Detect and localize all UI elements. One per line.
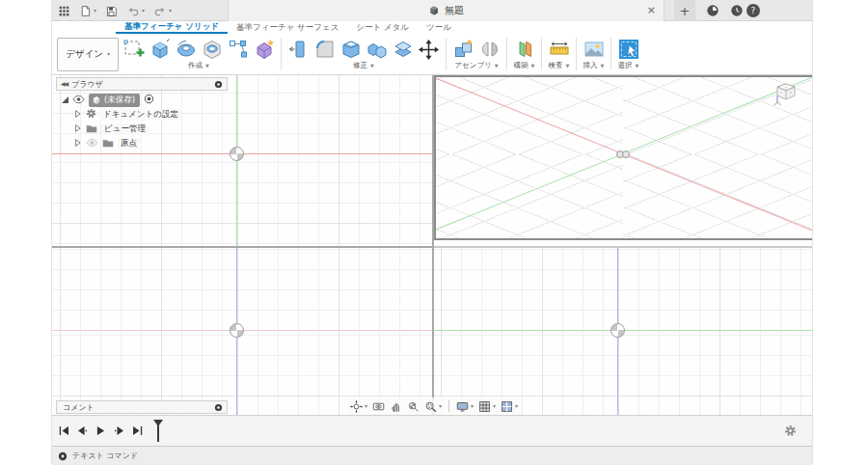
- browser-root-row[interactable]: (未保存): [62, 93, 245, 107]
- viewport-bottom-left[interactable]: [52, 248, 432, 415]
- folder-icon: [102, 138, 114, 150]
- view-cube[interactable]: [773, 80, 806, 115]
- create-sketch-icon[interactable]: [122, 38, 146, 61]
- step-forward-icon[interactable]: [113, 424, 125, 437]
- timeline-marker-pin[interactable]: [153, 420, 163, 443]
- origin-marker[interactable]: [610, 323, 625, 338]
- press-pull-icon[interactable]: [286, 38, 311, 61]
- caret-right-icon[interactable]: [73, 138, 82, 150]
- browser-item-origin[interactable]: 原点: [73, 136, 245, 150]
- application-title-bar: ▾ ▾ ▾ 無題 × +: [52, 0, 812, 21]
- assembly-dropdown[interactable]: アセンブリ ▼: [454, 61, 498, 70]
- window-zoom-button[interactable]: ▾: [424, 400, 442, 413]
- job-status-icon[interactable]: [730, 4, 744, 17]
- move-icon[interactable]: [417, 38, 441, 61]
- app-grid-icon[interactable]: [58, 5, 70, 17]
- comments-panel-title: コメント: [63, 402, 95, 413]
- construct-dropdown[interactable]: 構築 ▼: [514, 61, 535, 70]
- display-settings-button[interactable]: ▾: [456, 400, 474, 413]
- root-component-chip[interactable]: (未保存): [89, 94, 140, 107]
- tab-surface[interactable]: 基準フィーチャ サーフェス: [228, 21, 347, 34]
- combine-icon[interactable]: [365, 38, 389, 61]
- text-command-dot-icon[interactable]: [58, 451, 68, 461]
- pan-button[interactable]: [390, 400, 402, 413]
- visibility-eye-icon[interactable]: [72, 95, 85, 106]
- tab-solid[interactable]: 基準フィーチャ ソリッド: [116, 21, 228, 34]
- dropdown-caret-icon: ▼: [495, 64, 499, 68]
- hole-icon[interactable]: [200, 38, 224, 61]
- go-to-start-icon[interactable]: [58, 424, 70, 437]
- redo-button[interactable]: ▾: [153, 5, 172, 17]
- chevron-down-icon: ▾: [471, 403, 474, 409]
- pattern-icon[interactable]: [226, 38, 250, 61]
- browser-item-document-settings[interactable]: ドキュメントの設定: [73, 107, 245, 122]
- viewports-button[interactable]: ▾: [501, 400, 518, 413]
- settings-gear-icon: [86, 108, 96, 121]
- iso-origin-marker[interactable]: [616, 150, 630, 158]
- collapse-panel-icon[interactable]: ◀◀: [61, 81, 68, 87]
- caret-right-icon[interactable]: [73, 123, 82, 135]
- browser-panel-header[interactable]: ◀◀ ブラウザ: [56, 77, 228, 91]
- extensions-icon[interactable]: [706, 4, 719, 17]
- grid-settings-button[interactable]: ▾: [478, 400, 496, 413]
- fillet-icon[interactable]: [312, 38, 337, 61]
- look-at-button[interactable]: [372, 400, 385, 413]
- select-dropdown[interactable]: 選択 ▼: [618, 61, 639, 70]
- caret-right-icon[interactable]: [73, 109, 82, 121]
- tab-sheet-metal[interactable]: シート メタル: [347, 21, 418, 34]
- help-icon[interactable]: ?: [746, 4, 760, 17]
- measure-icon[interactable]: [547, 38, 571, 61]
- shell-icon[interactable]: [339, 38, 363, 61]
- joint-icon[interactable]: [477, 38, 502, 61]
- expand-triangle-icon[interactable]: [62, 96, 68, 103]
- browser-item-named-views[interactable]: ビュー管理: [73, 122, 245, 136]
- panel-options-icon[interactable]: [214, 403, 223, 412]
- undo-button[interactable]: ▾: [126, 5, 145, 17]
- viewport-divider-vertical[interactable]: [432, 75, 434, 415]
- dropdown-caret-icon: ▼: [205, 64, 209, 68]
- go-to-end-icon[interactable]: [131, 424, 144, 437]
- new-component-icon[interactable]: [451, 38, 475, 61]
- zoom-button[interactable]: [407, 400, 420, 413]
- revolve-icon[interactable]: [174, 38, 198, 61]
- modify-dropdown[interactable]: 修正 ▼: [353, 61, 374, 70]
- tab-tools[interactable]: ツール: [418, 21, 460, 34]
- step-back-icon[interactable]: [76, 424, 89, 437]
- offset-face-icon[interactable]: [391, 38, 415, 61]
- workspace-selector-button[interactable]: デザイン ▾: [57, 38, 119, 71]
- timeline-settings-gear-icon[interactable]: [784, 424, 797, 437]
- extrude-icon[interactable]: [148, 38, 172, 61]
- panel-options-icon[interactable]: [214, 80, 223, 89]
- document-title: 無題: [445, 4, 464, 17]
- group-assembly: アセンブリ ▼: [448, 34, 504, 75]
- document-tab[interactable]: 無題 ×: [228, 0, 665, 21]
- viewport-bottom-right[interactable]: [434, 248, 812, 415]
- viewport-top-right-active[interactable]: [434, 75, 812, 240]
- inspect-dropdown[interactable]: 検査 ▼: [549, 61, 570, 70]
- comments-panel-header[interactable]: コメント: [56, 400, 228, 414]
- viewport-divider-horizontal-right[interactable]: [434, 246, 812, 248]
- select-icon[interactable]: [616, 38, 640, 61]
- close-tab-icon[interactable]: ×: [647, 3, 656, 17]
- toolbar-separator: [610, 38, 611, 70]
- item-label: 原点: [118, 138, 140, 150]
- quick-access-toolbar: ▾ ▾ ▾: [58, 0, 172, 21]
- insert-image-icon[interactable]: [582, 38, 606, 61]
- play-icon[interactable]: [95, 424, 107, 437]
- insert-dropdown[interactable]: 挿入 ▼: [583, 61, 605, 70]
- orbit-button[interactable]: ▾: [350, 400, 367, 413]
- viewport-divider-horizontal[interactable]: [52, 246, 432, 248]
- timeline-playback-controls: [58, 424, 144, 437]
- create-form-icon[interactable]: [252, 38, 276, 61]
- construction-plane-icon[interactable]: [512, 38, 536, 61]
- text-command-bar[interactable]: テキスト コマンド: [52, 446, 812, 465]
- hidden-eye-icon[interactable]: [86, 138, 98, 150]
- save-button[interactable]: [105, 5, 118, 17]
- new-file-button[interactable]: ▾: [79, 5, 96, 17]
- activate-radio-icon[interactable]: [144, 94, 154, 106]
- item-label: ビュー管理: [101, 123, 149, 135]
- create-dropdown[interactable]: 作成 ▼: [188, 61, 209, 70]
- new-tab-button[interactable]: +: [674, 0, 695, 21]
- origin-marker[interactable]: [230, 323, 244, 338]
- folder-icon: [86, 123, 97, 135]
